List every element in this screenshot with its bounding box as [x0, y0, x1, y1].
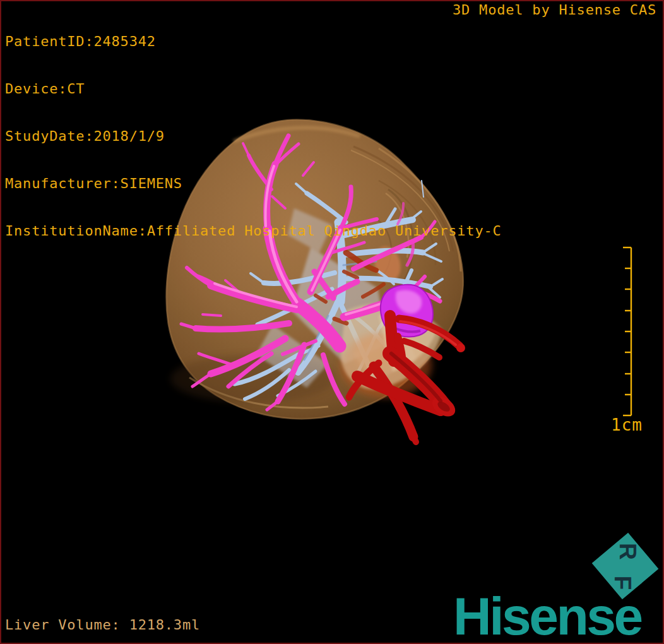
viewer-window: PatientID:2485342 Device:CT StudyDate:20… — [0, 0, 664, 644]
study-date-text: StudyDate:2018/1/9 — [5, 128, 502, 144]
scale-bar — [606, 242, 637, 420]
device-text: Device:CT — [5, 81, 502, 97]
hisense-logo: Hisense — [453, 591, 663, 641]
watermark-text: 3D Model by Hisense CAS — [453, 2, 656, 18]
patient-info-overlay: PatientID:2485342 Device:CT StudyDate:20… — [5, 2, 502, 270]
patient-id-text: PatientID:2485342 — [5, 33, 502, 49]
liver-volume-text: Liver Volume: 1218.3ml — [5, 617, 200, 633]
rf-letter-r: R — [616, 543, 639, 560]
scale-bar-ruler — [623, 247, 631, 415]
institution-text: InstitutionName:Affiliated Hospital Qing… — [5, 223, 502, 239]
rf-diamond: R F — [592, 533, 659, 600]
manufacturer-text: Manufacturer:SIEMENS — [5, 176, 502, 191]
scale-bar-label: 1cm — [611, 415, 649, 434]
rf-letter-f: F — [611, 576, 634, 590]
